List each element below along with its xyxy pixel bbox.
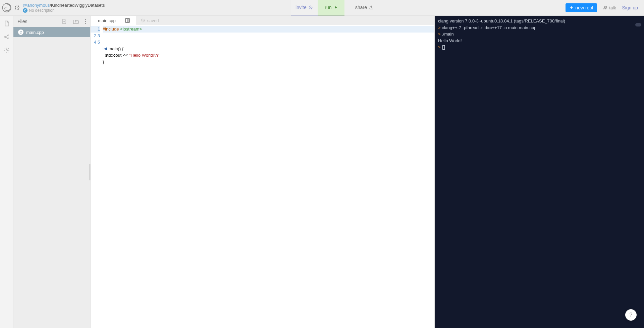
settings-icon[interactable] (4, 47, 10, 53)
editor-tab[interactable]: main.cpp (91, 16, 136, 25)
language-badge: C (23, 8, 28, 13)
header-right: new repl talk Sign up (566, 3, 638, 12)
talk-label: talk (609, 5, 616, 10)
invite-button[interactable]: invite (291, 0, 318, 15)
play-icon (334, 5, 338, 9)
new-file-icon[interactable] (61, 19, 67, 24)
code-icon (13, 5, 21, 11)
saved-indicator: saved (141, 16, 159, 25)
replit-logo[interactable] (0, 0, 13, 16)
new-repl-label: new repl (575, 5, 593, 10)
svg-point-6 (606, 6, 607, 8)
svg-rect-15 (126, 19, 127, 22)
center-actions: invite run share (291, 0, 379, 15)
terminal-toggle[interactable] (635, 23, 641, 26)
share-label: share (355, 5, 367, 10)
repl-description: No description (29, 8, 55, 13)
saved-label: saved (147, 18, 159, 23)
files-icon[interactable] (4, 20, 10, 26)
person-plus-icon (309, 5, 313, 10)
terminal-prompt-line: > (438, 44, 641, 51)
files-header: Files (13, 16, 90, 27)
file-language-badge: C (18, 30, 23, 35)
terminal-panel[interactable]: clang version 7.0.0-3~ubuntu0.18.04.1 (t… (435, 16, 644, 328)
signup-link[interactable]: Sign up (622, 5, 638, 10)
share-button[interactable]: share (349, 0, 379, 15)
new-folder-icon[interactable] (73, 19, 79, 24)
terminal-cursor (442, 45, 445, 50)
files-panel: Files C main.cpp (13, 16, 91, 328)
terminal-line: Hello World! (438, 38, 641, 44)
editor-panel: main.cpp saved 12 3 4 5 #include <iostre… (91, 16, 435, 328)
panel-resize-handle[interactable] (89, 164, 91, 180)
history-icon (141, 18, 145, 23)
layout-icon[interactable] (125, 18, 130, 23)
svg-point-11 (85, 19, 86, 20)
run-button[interactable]: run (318, 0, 344, 15)
svg-point-5 (604, 6, 605, 8)
new-repl-button[interactable]: new repl (566, 3, 597, 12)
header-bar: @anonymous/KindheartedWigglyDatasets C N… (0, 0, 644, 16)
svg-point-12 (85, 21, 86, 22)
file-item[interactable]: C main.cpp (13, 27, 90, 37)
people-icon (603, 6, 608, 10)
file-name: main.cpp (26, 30, 44, 35)
files-list: C main.cpp (13, 27, 90, 328)
terminal-line: > ./main (438, 31, 641, 38)
code-content: #include <iostream> int main() { std::co… (103, 25, 434, 328)
terminal-line: > clang++-7 -pthread -std=c++17 -o main … (438, 24, 641, 31)
invite-label: invite (296, 5, 307, 10)
help-label: ? (630, 312, 633, 318)
editor-tab-bar: main.cpp saved (91, 16, 434, 25)
code-editor[interactable]: 12 3 4 5 #include <iostream> int main() … (91, 25, 434, 328)
help-button[interactable]: ? (625, 309, 637, 321)
svg-point-2 (17, 7, 17, 8)
line-gutter: 12 3 4 5 (91, 25, 103, 328)
svg-point-10 (6, 50, 7, 51)
main-region: Files C main.cpp main. (0, 16, 644, 328)
more-icon[interactable] (85, 19, 86, 24)
svg-rect-16 (127, 19, 129, 22)
files-title: Files (17, 19, 28, 24)
share-icon (369, 5, 374, 10)
activity-bar (0, 16, 13, 328)
svg-point-4 (310, 6, 311, 7)
svg-point-3 (17, 9, 17, 10)
svg-point-1 (17, 6, 17, 6)
repl-owner-link[interactable]: @anonymous (23, 3, 50, 8)
tab-filename: main.cpp (98, 18, 116, 23)
terminal-line: clang version 7.0.0-3~ubuntu0.18.04.1 (t… (438, 18, 641, 24)
run-label: run (325, 5, 331, 10)
svg-point-13 (85, 23, 86, 24)
share-nodes-icon[interactable] (4, 34, 10, 40)
repl-meta: @anonymous/KindheartedWigglyDatasets C N… (23, 3, 105, 13)
repl-name: /KindheartedWigglyDatasets (50, 3, 105, 8)
spiral-logo-icon (2, 3, 12, 13)
talk-link[interactable]: talk (603, 5, 616, 10)
plus-icon (570, 6, 574, 10)
